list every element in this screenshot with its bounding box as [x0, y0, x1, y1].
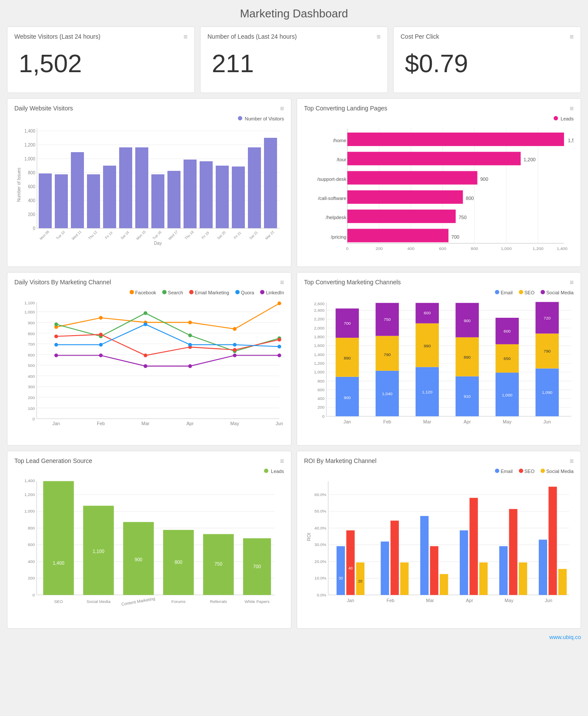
- svg-text:Fri 21: Fri 21: [233, 230, 242, 240]
- svg-text:Number of Issues: Number of Issues: [17, 168, 21, 202]
- svg-text:1,200: 1,200: [24, 143, 35, 147]
- svg-text:1,400: 1,400: [53, 560, 64, 566]
- svg-text:Jan: Jan: [53, 421, 60, 426]
- svg-point-136: [277, 345, 281, 349]
- roi-legend-social: Social Media: [541, 469, 574, 474]
- svg-rect-32: [264, 138, 277, 228]
- svg-rect-66: [347, 133, 564, 146]
- svg-text:Apr: Apr: [466, 597, 473, 603]
- kpi-menu-leads[interactable]: ≡: [377, 33, 381, 41]
- svg-rect-23: [119, 147, 132, 228]
- lead-gen-legend: Leads: [264, 469, 284, 474]
- legend-email-mkt: Email Marketing: [189, 290, 229, 295]
- svg-text:800: 800: [28, 526, 35, 530]
- daily-visitors-title: Daily Website Visitors: [14, 105, 73, 112]
- svg-text:900: 900: [480, 177, 488, 182]
- svg-text:/tour: /tour: [337, 157, 346, 162]
- svg-text:Mar: Mar: [423, 419, 431, 424]
- svg-text:1,400: 1,400: [24, 478, 35, 483]
- svg-rect-31: [248, 147, 261, 228]
- svg-rect-22: [103, 166, 116, 228]
- svg-text:Mar: Mar: [426, 597, 434, 603]
- svg-rect-288: [558, 569, 567, 595]
- legend-quora: Quora: [235, 290, 254, 295]
- top-channels-chart: 0 200 400 600 800 1,000 1,200 1,400 1,60…: [304, 298, 574, 439]
- svg-text:Tue 10: Tue 10: [55, 230, 66, 240]
- svg-rect-24: [135, 147, 148, 228]
- roi-menu[interactable]: ≡: [570, 457, 574, 465]
- daily-visitors-menu[interactable]: ≡: [280, 105, 284, 113]
- channel-visitors-chart: 0 100 200 300 400 500 600 700 800 900 1: [14, 298, 284, 439]
- svg-text:200: 200: [317, 405, 324, 410]
- kpi-menu-visitors[interactable]: ≡: [184, 33, 187, 41]
- top-channels-menu[interactable]: ≡: [570, 279, 574, 286]
- svg-text:1,120: 1,120: [422, 390, 432, 394]
- svg-rect-284: [519, 562, 527, 595]
- svg-point-129: [233, 348, 237, 352]
- svg-point-139: [144, 364, 147, 368]
- lead-gen-menu[interactable]: ≡: [280, 457, 284, 465]
- kpi-menu-cpc[interactable]: ≡: [570, 33, 574, 41]
- svg-text:700: 700: [344, 321, 351, 326]
- svg-text:Apr: Apr: [464, 419, 471, 424]
- legend-search: Search: [162, 290, 183, 295]
- svg-text:910: 910: [464, 394, 471, 399]
- svg-text:1,100: 1,100: [93, 549, 104, 554]
- svg-text:0: 0: [33, 592, 35, 597]
- landing-pages-menu[interactable]: ≡: [570, 105, 574, 113]
- row-2: Daily Website Visitors ≡ Number of Visit…: [7, 98, 581, 267]
- svg-text:/support-desk: /support-desk: [317, 177, 346, 182]
- svg-text:/call-software: /call-software: [318, 196, 346, 201]
- svg-rect-271: [391, 520, 399, 595]
- card-channel-visitors: Daily Visitors By Marketing Channel ≡ Fa…: [7, 272, 291, 446]
- channel-visitors-svg: 0 100 200 300 400 500 600 700 800 900 1: [14, 298, 284, 437]
- kpi-label-cpc: Cost Per Click: [401, 33, 439, 40]
- svg-point-117: [233, 327, 237, 331]
- svg-text:/helpdesk: /helpdesk: [326, 215, 347, 220]
- row-3: Daily Visitors By Marketing Channel ≡ Fa…: [7, 272, 581, 446]
- svg-text:200: 200: [28, 395, 35, 400]
- svg-text:1,040: 1,040: [382, 391, 392, 396]
- kpi-card-cpc: Cost Per Click ≡ $0.79: [393, 27, 581, 93]
- svg-rect-28: [200, 161, 213, 228]
- legend-seo: SEO: [519, 290, 535, 295]
- credit: www.ubiq.co: [7, 634, 581, 640]
- svg-text:40.0%: 40.0%: [314, 526, 327, 530]
- card-daily-visitors: Daily Website Visitors ≡ Number of Visit…: [7, 98, 291, 267]
- svg-text:2,200: 2,200: [314, 316, 324, 321]
- svg-text:1,200: 1,200: [524, 157, 536, 162]
- legend-linkedin: LinkedIn: [260, 290, 284, 295]
- dashboard-title: Marketing Dashboard: [7, 7, 581, 20]
- channel-visitors-menu[interactable]: ≡: [280, 279, 284, 286]
- svg-text:1,600: 1,600: [314, 343, 324, 348]
- kpi-label-leads: Number of Leads (Last 24 hours): [207, 33, 297, 40]
- svg-point-131: [54, 343, 58, 347]
- svg-text:1,800: 1,800: [314, 334, 324, 339]
- svg-rect-279: [470, 498, 478, 595]
- svg-text:Jan: Jan: [344, 419, 351, 424]
- svg-text:890: 890: [464, 355, 471, 360]
- svg-text:600: 600: [424, 310, 431, 315]
- legend-email: Email: [495, 290, 513, 295]
- svg-point-142: [277, 353, 281, 357]
- svg-text:/home: /home: [333, 138, 347, 143]
- svg-text:900: 900: [464, 318, 471, 323]
- svg-text:2,600: 2,600: [314, 301, 324, 306]
- svg-rect-275: [430, 546, 438, 595]
- svg-rect-75: [347, 190, 463, 204]
- svg-rect-26: [167, 171, 180, 228]
- daily-visitors-svg: Number of Issues 0 200 400 600 800 1,000…: [14, 124, 284, 246]
- svg-rect-272: [400, 562, 408, 595]
- svg-text:2,000: 2,000: [314, 326, 324, 330]
- svg-point-118: [277, 302, 281, 306]
- svg-text:1,400: 1,400: [314, 352, 324, 357]
- channel-visitors-title: Daily Visitors By Marketing Channel: [14, 279, 111, 286]
- svg-text:800: 800: [174, 559, 182, 565]
- svg-text:0: 0: [322, 414, 324, 419]
- svg-point-138: [99, 353, 103, 357]
- svg-text:Mon 09: Mon 09: [39, 230, 50, 241]
- svg-point-119: [54, 323, 58, 326]
- svg-text:1,000: 1,000: [24, 310, 35, 314]
- row-4: Top Lead Generation Source ≡ Leads 0 200…: [7, 451, 581, 629]
- kpi-card-leads: Number of Leads (Last 24 hours) ≡ 211: [200, 27, 388, 93]
